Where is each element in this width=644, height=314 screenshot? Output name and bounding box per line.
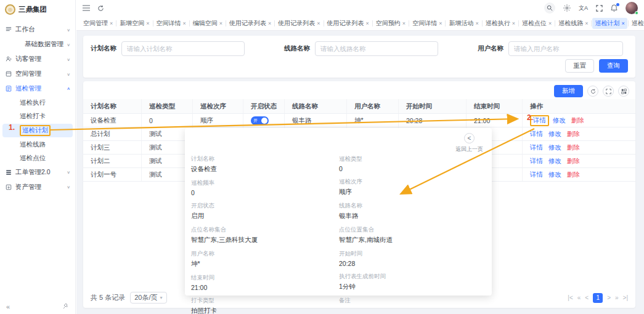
detail-link[interactable]: 详情 [530, 130, 543, 139]
tab-close-icon[interactable]: × [219, 20, 222, 26]
tab-close-icon[interactable]: × [585, 20, 588, 26]
tab-close-icon[interactable]: × [317, 20, 320, 26]
detail-left-column: 计划名称设备检查巡检频率0开启状态启用点位名称集合智慧广东,三鼎科技大厦用户名称… [191, 155, 333, 314]
edit-link[interactable]: 修改 [553, 116, 566, 125]
tab-空间预约[interactable]: 空间预约× [373, 18, 408, 29]
bell-icon[interactable] [611, 4, 618, 12]
pager-control[interactable]: >| [623, 294, 628, 301]
online-status-dot [635, 11, 638, 15]
tab-巡检执行[interactable]: 巡检执行× [483, 18, 518, 29]
sidebar-subitem-巡检执行[interactable]: 巡检执行 [0, 96, 75, 110]
search-button[interactable]: 查询 [599, 59, 628, 73]
pager-control[interactable]: < [585, 294, 589, 301]
page-size-select[interactable]: 20条/页▾ [130, 292, 166, 304]
edit-link[interactable]: 修改 [548, 143, 561, 152]
fullscreen-icon[interactable] [596, 5, 603, 12]
filter-input-计划名称[interactable] [121, 41, 245, 56]
tab-close-icon[interactable]: × [268, 20, 271, 26]
edit-link[interactable]: 修改 [548, 171, 561, 179]
sidebar-subitem-巡检点位[interactable]: 巡检点位 [0, 151, 75, 165]
translate-icon[interactable]: 文A [579, 4, 588, 12]
delete-link[interactable]: 删除 [567, 171, 580, 179]
tab-separator [591, 20, 592, 26]
tab-巡检计划[interactable]: 巡检计划× [592, 18, 627, 29]
back-button[interactable]: < 返回上一页 [455, 133, 483, 153]
detail-link[interactable]: 详情 [530, 157, 543, 166]
sidebar-item-资产管理[interactable]: 资产管理∨ [0, 180, 75, 195]
filter-input-线路名称[interactable] [315, 41, 438, 56]
hamburger-icon[interactable] [83, 5, 90, 11]
tab-close-icon[interactable]: × [475, 20, 478, 26]
table-columns-icon[interactable] [618, 86, 629, 97]
filter-label: 计划名称 [91, 44, 116, 53]
tab-使用记录列表[interactable]: 使用记录列表× [275, 18, 322, 29]
sidebar-subitem-巡检计划[interactable]: 巡检计划 [2, 124, 73, 137]
sidebar-item-访客管理[interactable]: 访客管理∨ [0, 52, 75, 66]
tab-close-icon[interactable]: × [366, 20, 369, 26]
tab-巡检线路[interactable]: 巡检线路× [556, 18, 590, 29]
tab-close-icon[interactable]: × [183, 20, 186, 26]
sidebar-subitem-巡检线路[interactable]: 巡检线路 [0, 138, 75, 151]
table-fullscreen-icon[interactable] [603, 86, 614, 97]
tab-空间详情[interactable]: 空间详情× [410, 18, 444, 29]
refresh-icon[interactable] [97, 5, 104, 12]
sidebar-item-工作台[interactable]: 工作台∨ [0, 22, 75, 37]
tab-close-icon[interactable]: × [110, 20, 113, 26]
search-icon[interactable] [544, 2, 555, 14]
delete-link[interactable]: 删除 [567, 143, 580, 152]
gear-icon[interactable] [563, 4, 571, 12]
pager-control[interactable]: |< [568, 294, 573, 301]
tab-label: 巡检打卡 [632, 19, 644, 28]
delete-link[interactable]: 删除 [571, 116, 584, 125]
tab-close-icon[interactable]: × [548, 20, 552, 26]
detail-link[interactable]: 详情 [530, 171, 543, 179]
sidebar-subitem-巡检打卡[interactable]: 巡检打卡 [0, 110, 75, 123]
tab-编辑空间[interactable]: 编辑空间× [190, 18, 225, 29]
tab-close-icon[interactable]: × [146, 20, 149, 26]
tab-close-icon[interactable]: × [439, 20, 442, 26]
detail-field-value: 20:28 [339, 260, 481, 267]
tab-使用记录列表[interactable]: 使用记录列表× [325, 18, 372, 29]
detail-field-value: 0 [191, 189, 333, 196]
chevron-left-icon[interactable]: < [464, 133, 475, 143]
status-toggle[interactable]: 开 [251, 116, 269, 125]
tab-空间管理[interactable]: 空间管理× [81, 18, 115, 29]
tab-close-icon[interactable]: × [402, 20, 406, 26]
pager-control[interactable]: « [577, 294, 581, 301]
detail-field-value: 智慧广东,南城街道 [339, 236, 481, 244]
pager-control[interactable]: » [615, 294, 619, 301]
delete-link[interactable]: 删除 [567, 157, 580, 166]
toggle-on-label: 开 [253, 118, 258, 124]
tab-新增活动[interactable]: 新增活动× [446, 18, 481, 29]
filter-input-用户名称[interactable] [508, 41, 623, 56]
detail-link[interactable]: 详情 [530, 115, 549, 126]
sidebar-item-巡检管理[interactable]: 巡检管理∧ [0, 81, 75, 96]
current-page[interactable]: 1 [593, 293, 603, 303]
table-refresh-icon[interactable] [587, 86, 598, 97]
tab-巡检点位[interactable]: 巡检点位× [520, 18, 554, 29]
tab-close-icon[interactable]: × [621, 20, 624, 26]
tab-close-icon[interactable]: × [512, 20, 515, 26]
avatar[interactable] [626, 2, 638, 14]
add-button[interactable]: 新增 [554, 85, 583, 97]
tab-新增空间[interactable]: 新增空间× [117, 18, 152, 29]
reset-button[interactable]: 重置 [565, 59, 594, 73]
tab-使用记录列表[interactable]: 使用记录列表× [227, 18, 274, 29]
tab-空间详情[interactable]: 空间详情× [154, 18, 189, 29]
sidebar-item-空间管理[interactable]: 空间管理∨ [0, 66, 75, 81]
edit-link[interactable]: 修改 [548, 157, 561, 166]
sidebar-pin-icon[interactable] [63, 303, 69, 310]
tab-label: 空间详情 [157, 19, 181, 28]
sidebar-item-基础数据管理[interactable]: 基础数据管理∨ [0, 37, 75, 52]
pager-control[interactable]: > [607, 294, 611, 301]
sidebar-item-工单管理2.0[interactable]: 工单管理2.0∨ [0, 165, 75, 180]
sidebar-collapse-icon[interactable]: « [6, 303, 10, 310]
edit-link[interactable]: 修改 [548, 130, 561, 139]
tab-label: 编辑空间 [193, 19, 218, 28]
detail-field-线路名称: 线路名称银丰路 [339, 202, 481, 220]
tab-巡检打卡[interactable]: 巡检打卡× [629, 18, 644, 29]
tab-separator [324, 20, 324, 26]
chevron-up-icon: ∧ [67, 86, 70, 91]
delete-link[interactable]: 删除 [567, 130, 580, 139]
detail-link[interactable]: 详情 [530, 143, 543, 152]
